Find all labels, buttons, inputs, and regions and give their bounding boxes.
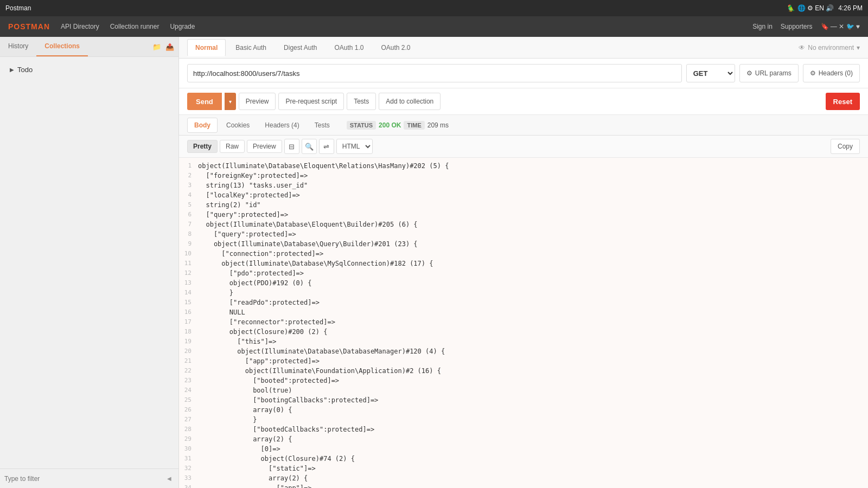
menu-api-directory[interactable]: API Directory — [61, 23, 99, 30]
headers-button[interactable]: ⚙ Headers (0) — [803, 64, 860, 82]
response-tabs: Body Cookies Headers (4) Tests STATUS 20… — [179, 115, 868, 136]
add-collection-button[interactable]: Add to collection — [379, 93, 441, 110]
sidebar-tabs: History Collections 📁 📤 — [0, 37, 178, 57]
line-content: ["readPdo":protected]=> — [198, 299, 320, 309]
code-line: 31 object(Closure)#74 (2) { — [179, 455, 868, 465]
line-content: array(2) { — [198, 435, 292, 445]
sidebar-filter: ◀ — [0, 468, 178, 488]
format-select[interactable]: HTML JSON XML Text — [336, 139, 373, 154]
menu-upgrade[interactable]: Upgrade — [170, 23, 195, 30]
time-value: 209 ms — [427, 121, 449, 129]
line-number: 3 — [179, 182, 198, 191]
method-select[interactable]: GET POST PUT DELETE PATCH — [686, 64, 735, 82]
code-line: 30 [0]=> — [179, 445, 868, 455]
settings-icon-button[interactable]: ⇌ — [319, 139, 334, 154]
tab-collections[interactable]: Collections — [36, 37, 88, 56]
line-content: object(Illuminate\Database\Query\Builder… — [198, 240, 418, 250]
line-number: 17 — [179, 318, 198, 328]
url-input[interactable] — [187, 64, 682, 82]
line-number: 7 — [179, 221, 198, 230]
titlebar-left: Postman — [5, 4, 31, 12]
view-pretty-button[interactable]: Pretty — [187, 140, 218, 153]
time-label: TIME — [404, 121, 424, 130]
line-number: 21 — [179, 357, 198, 367]
preview-button[interactable]: Preview — [239, 93, 276, 110]
line-number: 23 — [179, 377, 198, 387]
code-line: 2 ["foreignKey":protected]=> — [179, 172, 868, 182]
line-content: } — [198, 416, 257, 426]
code-line: 34 ["app"]=> — [179, 484, 868, 488]
sidebar-icon-upload[interactable]: 📤 — [165, 43, 174, 51]
line-content: object(Closure)#200 (2) { — [198, 328, 327, 338]
line-number: 30 — [179, 445, 198, 455]
line-number: 26 — [179, 406, 198, 416]
line-content: ["connection":protected]=> — [198, 250, 323, 260]
code-line: 23 ["booted":protected]=> — [179, 377, 868, 387]
eye-icon: 👁 — [799, 44, 805, 52]
resp-tab-tests[interactable]: Tests — [308, 118, 336, 132]
env-selector[interactable]: 👁 No environment ▾ — [799, 44, 860, 52]
supporters-link[interactable]: Supporters — [781, 23, 813, 30]
line-number: 6 — [179, 211, 198, 221]
code-line: 1object(Illuminate\Database\Eloquent\Rel… — [179, 162, 868, 172]
line-content: array(2) { — [198, 474, 308, 484]
tests-button[interactable]: Tests — [347, 93, 376, 110]
code-line: 12 ["pdo":protected]=> — [179, 269, 868, 279]
tab-oauth1[interactable]: OAuth 1.0 — [327, 40, 371, 56]
line-content: ["query":protected]=> — [198, 230, 296, 240]
line-number: 33 — [179, 474, 198, 484]
sidebar-icon-folder[interactable]: 📁 — [152, 43, 161, 51]
line-content: ["app":protected]=> — [198, 357, 320, 367]
code-line: 15 ["readPdo":protected]=> — [179, 299, 868, 309]
pre-request-button[interactable]: Pre-request script — [278, 93, 344, 110]
sidebar-collapse-button[interactable]: ◀ — [164, 472, 174, 485]
collection-arrow-icon: ▶ — [10, 67, 14, 73]
tab-basic-auth[interactable]: Basic Auth — [228, 40, 274, 56]
tab-history[interactable]: History — [0, 37, 36, 56]
line-content: object(Illuminate\Database\Eloquent\Rela… — [198, 162, 449, 172]
line-content: ["booted":protected]=> — [198, 377, 339, 387]
line-content: object(Closure)#74 (2) { — [198, 455, 355, 465]
copy-button[interactable]: Copy — [831, 139, 860, 154]
tab-digest-auth[interactable]: Digest Auth — [276, 40, 324, 56]
code-line: 24 bool(true) — [179, 387, 868, 396]
code-line: 26 array(0) { — [179, 406, 868, 416]
menu-collection-runner[interactable]: Collection runner — [110, 23, 159, 30]
line-number: 28 — [179, 426, 198, 435]
line-number: 8 — [179, 230, 198, 240]
view-raw-button[interactable]: Raw — [220, 140, 245, 153]
resp-tab-cookies[interactable]: Cookies — [220, 118, 256, 132]
clock: 4:26 PM — [838, 4, 863, 12]
code-line: 8 ["query":protected]=> — [179, 230, 868, 240]
resp-tab-body[interactable]: Body — [187, 118, 218, 133]
resp-tab-headers[interactable]: Headers (4) — [258, 118, 305, 132]
filter-input[interactable] — [4, 475, 164, 483]
line-number: 9 — [179, 240, 198, 250]
titlebar-right: 🦜 🌐 ⚙ EN 🔊 4:26 PM — [787, 4, 863, 12]
line-content: object(PDO)#192 (0) { — [198, 279, 312, 289]
code-line: 7 object(Illuminate\Database\Eloquent\Bu… — [179, 221, 868, 230]
wrap-icon-button[interactable]: ⊟ — [284, 139, 299, 154]
url-params-button[interactable]: ⚙ URL params — [739, 64, 799, 82]
line-content: object(Illuminate\Foundation\Application… — [198, 367, 441, 377]
tab-normal[interactable]: Normal — [187, 39, 226, 56]
tab-oauth2[interactable]: OAuth 2.0 — [373, 40, 418, 56]
action-row: Send ▾ Preview Pre-request script Tests … — [179, 88, 868, 115]
collection-item-todo[interactable]: ▶ Todo — [4, 61, 174, 78]
code-line: 5 string(2) "id" — [179, 201, 868, 211]
code-line: 16 NULL — [179, 309, 868, 318]
view-preview-button[interactable]: Preview — [247, 140, 282, 153]
line-content: ["static"]=> — [198, 465, 316, 474]
send-arrow-button[interactable]: ▾ — [225, 93, 236, 110]
line-number: 11 — [179, 260, 198, 269]
code-viewer: 1object(Illuminate\Database\Eloquent\Rel… — [179, 158, 868, 488]
line-number: 22 — [179, 367, 198, 377]
search-icon-button[interactable]: 🔍 — [302, 139, 317, 154]
reset-button[interactable]: Reset — [826, 93, 860, 110]
headers-icon: ⚙ — [810, 69, 816, 77]
code-line: 22 object(Illuminate\Foundation\Applicat… — [179, 367, 868, 377]
code-line: 28 ["bootedCallbacks":protected]=> — [179, 426, 868, 435]
send-button[interactable]: Send — [187, 93, 222, 110]
sign-in-link[interactable]: Sign in — [752, 23, 773, 30]
code-line: 21 ["app":protected]=> — [179, 357, 868, 367]
